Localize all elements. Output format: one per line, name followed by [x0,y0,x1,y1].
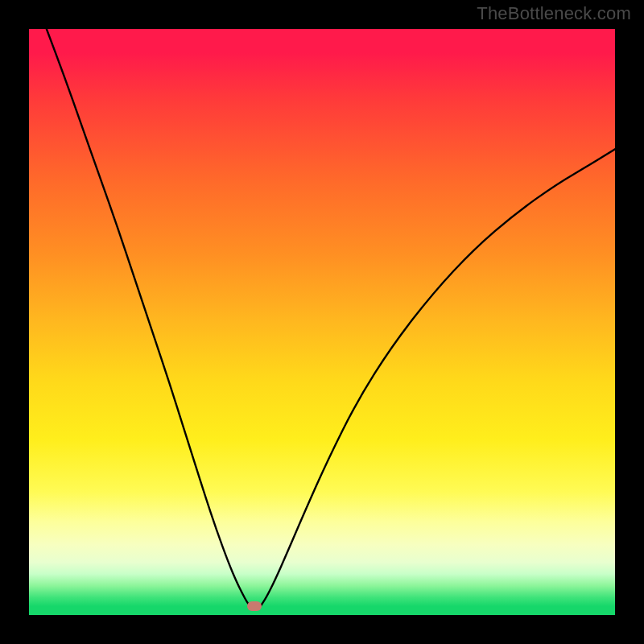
plot-area [29,29,615,615]
curve-right-branch [261,149,615,606]
bottleneck-curve [29,29,615,615]
optimum-marker [247,601,262,611]
watermark-text: TheBottleneck.com [477,3,631,24]
chart-frame: TheBottleneck.com [0,0,644,644]
curve-left-branch [47,29,250,607]
